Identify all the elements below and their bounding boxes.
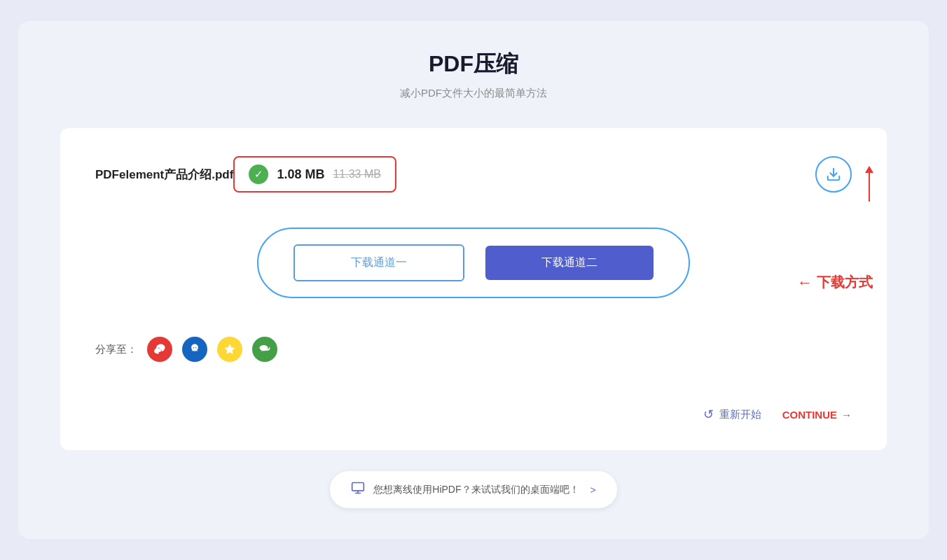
favorites-share-icon[interactable] bbox=[217, 337, 242, 362]
restart-icon: ↺ bbox=[703, 407, 714, 422]
app-container: PDF压缩 减小PDF文件大小的最简单方法 PDFelement产品介绍.pdf… bbox=[18, 21, 929, 539]
download-annotation: ← 下载方式 bbox=[797, 273, 873, 292]
file-new-size: 1.08 MB bbox=[277, 167, 324, 182]
qq-share-icon[interactable] bbox=[182, 337, 207, 362]
banner-desktop-icon bbox=[351, 481, 365, 498]
continue-button[interactable]: CONTINUE → bbox=[782, 409, 852, 421]
banner-chevron-icon: > bbox=[590, 484, 596, 496]
svg-marker-1 bbox=[225, 344, 235, 354]
download-buttons-wrapper: 下载通道一 下载通道二 bbox=[95, 227, 852, 316]
file-old-size: 11.33 MB bbox=[333, 168, 380, 181]
file-size-badge: ✓ 1.08 MB 11.33 MB bbox=[233, 156, 396, 192]
oval-container: 下载通道一 下载通道二 bbox=[257, 227, 690, 298]
file-row: PDFelement产品介绍.pdf ✓ 1.08 MB 11.33 MB bbox=[95, 156, 852, 192]
bottom-actions: ↺ 重新开始 CONTINUE → bbox=[95, 393, 852, 422]
continue-arrow-icon: → bbox=[841, 409, 852, 421]
bottom-banner[interactable]: 您想离线使用HiPDF？来试试我们的桌面端吧！ > bbox=[330, 471, 616, 508]
page-title: PDF压缩 bbox=[429, 49, 518, 80]
weibo-share-icon[interactable] bbox=[147, 337, 172, 362]
arrow-annotation bbox=[869, 167, 870, 202]
check-icon: ✓ bbox=[249, 164, 268, 184]
main-card: PDFelement产品介绍.pdf ✓ 1.08 MB 11.33 MB bbox=[60, 128, 887, 450]
download-channel2-button[interactable]: 下载通道二 bbox=[485, 246, 654, 280]
file-name: PDFelement产品介绍.pdf bbox=[95, 167, 233, 183]
svg-rect-2 bbox=[352, 483, 364, 491]
download-icon-button[interactable] bbox=[815, 156, 852, 192]
restart-button[interactable]: ↺ 重新开始 bbox=[703, 407, 761, 422]
share-label: 分享至： bbox=[95, 343, 137, 356]
page-subtitle: 减小PDF文件大小的最简单方法 bbox=[400, 87, 547, 100]
banner-text: 您想离线使用HiPDF？来试试我们的桌面端吧！ bbox=[373, 484, 579, 496]
wechat-share-icon[interactable] bbox=[252, 337, 277, 362]
annotation-label: 下载方式 bbox=[817, 273, 873, 292]
share-row: 分享至： bbox=[95, 337, 852, 362]
download-area: 下载通道一 下载通道二 ← 下载方式 bbox=[95, 227, 852, 337]
left-arrow-icon: ← bbox=[797, 273, 813, 291]
download-channel1-button[interactable]: 下载通道一 bbox=[293, 244, 464, 281]
